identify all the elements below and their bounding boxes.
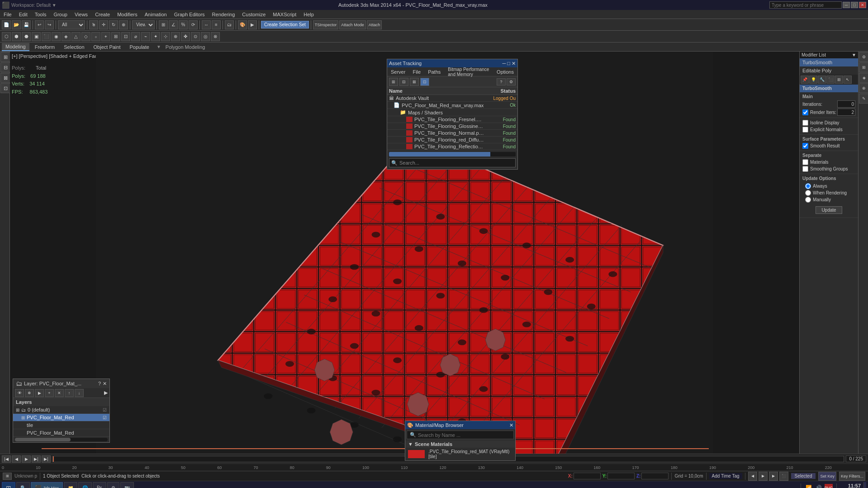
left-icon-2[interactable]: ⊟ — [0, 62, 10, 72]
tool-btn-18[interactable]: ⊕ — [171, 32, 180, 41]
at-menu-server[interactable]: Server — [387, 68, 409, 76]
add-time-tag-btn[interactable]: Add Time Tag — [709, 473, 742, 479]
next-frame-btn[interactable]: ▶| — [32, 455, 41, 463]
close-button[interactable]: ✕ — [859, 2, 866, 8]
modifier-list-dropdown-icon[interactable]: ▼ — [852, 52, 856, 57]
layer-show-hide-btn[interactable]: 👁 — [15, 389, 24, 397]
create-selection-button[interactable]: Create Selection Set — [261, 21, 309, 28]
manually-radio[interactable] — [805, 197, 811, 203]
at-row-maps-folder[interactable]: 📁 Maps / Shaders — [387, 109, 517, 116]
status-icon-1[interactable]: ⊞ — [3, 473, 12, 480]
layer-move-up-btn[interactable]: ↑ — [65, 389, 74, 397]
minimize-button[interactable]: ─ — [843, 2, 850, 8]
show-desktop-btn[interactable] — [863, 482, 866, 488]
tsinspector-btn[interactable]: TSInspector — [313, 20, 339, 29]
tool-btn-21[interactable]: ◎ — [201, 32, 210, 41]
align-btn[interactable]: ≡ — [212, 20, 221, 29]
tool-btn-3[interactable]: ⬣ — [22, 32, 31, 41]
at-row-vault[interactable]: 🏛 Autodesk Vault Logged Ou — [387, 95, 517, 102]
new-file-button[interactable]: 📄 — [2, 20, 11, 29]
tool-btn-11[interactable]: ⌖ — [101, 32, 110, 41]
x-coord-input[interactable] — [574, 473, 601, 479]
tray-network-icon[interactable]: 📶 — [805, 484, 813, 488]
tab-modeling[interactable]: Modeling — [2, 43, 29, 51]
goto-end-btn[interactable]: ▶| — [42, 455, 51, 463]
tool-btn-22[interactable]: ⊗ — [211, 32, 220, 41]
menu-help[interactable]: Help — [300, 11, 318, 18]
scene-materials-arrow-icon[interactable]: ▼ — [408, 441, 413, 447]
left-icon-1[interactable]: ⊞ — [0, 52, 10, 62]
at-menu-file[interactable]: File — [409, 68, 424, 76]
menu-customize[interactable]: Customize — [238, 11, 269, 18]
save-file-button[interactable]: 💾 — [22, 20, 31, 29]
layer-mgr-btn[interactable]: 🗂 — [225, 20, 234, 29]
modifier-item-editpoly[interactable]: Editable Poly — [800, 66, 858, 75]
mod-icon-light[interactable]: 💡 — [809, 76, 817, 84]
menu-tools[interactable]: Tools — [31, 11, 50, 18]
tool-btn-8[interactable]: △ — [71, 32, 81, 41]
layer-render-btn[interactable]: ▶ — [35, 389, 44, 397]
tool-btn-1[interactable]: ⬡ — [2, 32, 11, 41]
at-tool-1[interactable]: ⊞ — [389, 78, 398, 86]
start-button[interactable]: ⊞ — [2, 482, 15, 488]
menu-file[interactable]: File — [0, 11, 15, 18]
taskbar-photoshop[interactable]: Ps — [93, 482, 106, 488]
search-input[interactable] — [769, 1, 842, 9]
y-coord-input[interactable] — [607, 473, 635, 479]
at-close-btn[interactable]: ✕ — [512, 61, 516, 66]
tool-btn-10[interactable]: ⬦ — [91, 32, 100, 41]
mod-icon-cursor[interactable]: ↖ — [844, 76, 852, 84]
mat-browser-close-btn[interactable]: ✕ — [509, 422, 513, 428]
layer-row-tile[interactable]: tile — [13, 422, 109, 429]
at-restore-btn[interactable]: □ — [507, 61, 510, 66]
rotate-btn[interactable]: ↻ — [109, 20, 118, 29]
taskbar-3dsmax[interactable]: ⬛ 3ds Max — [31, 482, 63, 488]
explicit-normals-checkbox[interactable] — [802, 127, 808, 133]
attach-mode-btn[interactable]: Attach Mode — [339, 20, 366, 29]
taskbar-explorer[interactable]: 📁 — [64, 482, 77, 488]
update-button[interactable]: Update — [816, 206, 842, 214]
tool-btn-15[interactable]: ⌁ — [141, 32, 150, 41]
layer-delete-btn[interactable]: ✕ — [55, 389, 64, 397]
menu-group[interactable]: Group — [50, 11, 71, 18]
layer-row-0[interactable]: ⊞ 🗂 0 (default) ☑ — [13, 406, 109, 414]
at-menu-bitmap[interactable]: Bitmap Performance and Memory — [444, 66, 493, 78]
at-row-normal[interactable]: PVC_Tile_Flooring_Normal.png Found — [387, 130, 517, 137]
set-key-btn[interactable]: Set Key — [818, 472, 836, 481]
mat-search-input[interactable] — [418, 432, 511, 438]
at-row-glossiness[interactable]: PVC_Tile_Flooring_Glossiness.png Found — [387, 123, 517, 130]
layers-help-btn[interactable]: ? — [98, 381, 101, 387]
mat-item-pvc[interactable]: .PVC_Tile_Flooring_red_MAT (VRayMtl) [ti… — [405, 448, 515, 460]
render-iters-input[interactable] — [837, 109, 855, 116]
at-row-max-file[interactable]: 📄 PVC_Floor_Mat_Red_max_vray.max Ok — [387, 102, 517, 109]
at-minimize-btn[interactable]: ─ — [503, 61, 506, 66]
layers-close-btn[interactable]: ✕ — [103, 381, 107, 387]
smooth-result-checkbox[interactable] — [802, 143, 808, 149]
render-iters-checkbox[interactable] — [802, 109, 808, 115]
mod-icon-pin[interactable]: 📌 — [801, 76, 809, 84]
at-menu-options[interactable]: Options — [493, 68, 517, 76]
render-btn[interactable]: ▶ — [248, 20, 257, 29]
far-right-icon-2[interactable]: ⊞ — [859, 62, 868, 72]
more-tabs-btn[interactable]: ▼ — [157, 44, 161, 49]
z-coord-input[interactable] — [641, 473, 669, 479]
open-file-button[interactable]: 📂 — [12, 20, 21, 29]
far-right-icon-4[interactable]: ⊕ — [859, 83, 868, 93]
far-right-icon-3[interactable]: ◈ — [859, 73, 868, 83]
tab-populate[interactable]: Populate — [126, 43, 152, 51]
mod-icon-grid[interactable]: ⊞ — [835, 76, 843, 84]
mod-icon-box[interactable]: ⬛ — [826, 76, 835, 84]
stop-anim-btn[interactable]: ⬛ — [779, 472, 788, 481]
tab-object-paint[interactable]: Object Paint — [90, 43, 124, 51]
menu-modifiers[interactable]: Modifiers — [114, 11, 141, 18]
taskbar-chrome[interactable]: 🌐 — [78, 482, 92, 488]
iterations-input[interactable] — [837, 100, 855, 108]
menu-rendering[interactable]: Rendering — [209, 11, 239, 18]
always-radio[interactable] — [805, 183, 811, 189]
at-row-fresnel[interactable]: PVC_Tile_Flooring_Fresnel.png Found — [387, 116, 517, 123]
angle-snap-btn[interactable]: ∠ — [169, 20, 178, 29]
at-help-btn[interactable]: ? — [497, 78, 506, 85]
taskbar-search[interactable]: 🔍 — [16, 482, 30, 488]
mirror-btn[interactable]: ↔ — [202, 20, 211, 29]
menu-create[interactable]: Create — [91, 11, 114, 18]
